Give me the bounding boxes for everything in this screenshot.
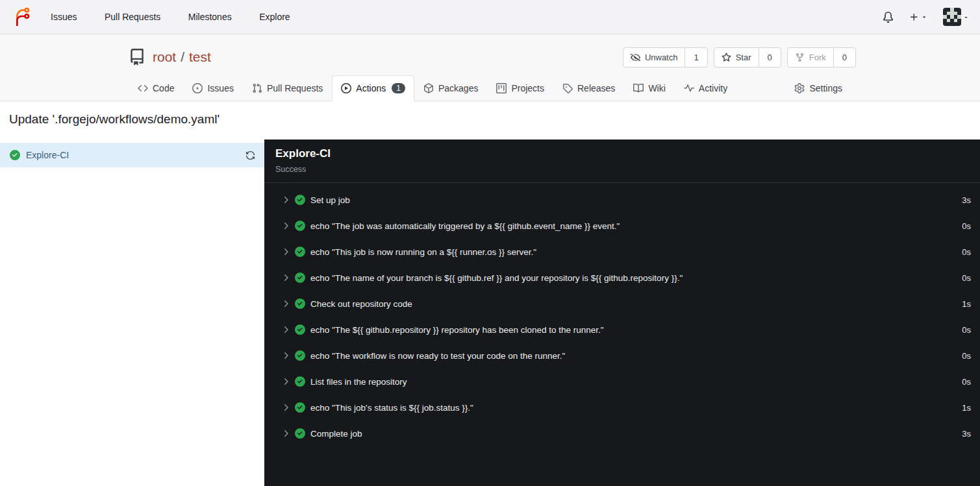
gear-icon	[794, 83, 805, 93]
chevron-right-icon[interactable]	[281, 428, 291, 439]
step-name: Set up job	[310, 195, 350, 205]
step-name: echo "The ${{ github.repository }} repos…	[310, 325, 604, 335]
nav-item-milestones[interactable]: Milestones	[176, 0, 244, 34]
check-circle-icon	[295, 376, 305, 387]
step-row[interactable]: Complete job 3s	[264, 420, 980, 446]
step-row[interactable]: List files in the repository 0s	[264, 369, 980, 395]
step-name: echo "The name of your branch is ${{ git…	[310, 273, 683, 283]
forgejo-logo-icon[interactable]	[11, 6, 32, 27]
tab-wiki[interactable]: Wiki	[624, 75, 674, 101]
chevron-right-icon[interactable]	[281, 221, 291, 231]
forks-count[interactable]: 0	[833, 48, 855, 67]
watchers-count[interactable]: 1	[685, 48, 707, 67]
avatar	[943, 8, 961, 26]
fork-label: Fork	[809, 53, 826, 62]
check-circle-icon	[295, 350, 305, 361]
chevron-right-icon[interactable]	[281, 324, 291, 335]
tab-code[interactable]: Code	[129, 75, 183, 101]
tab-pull-requests[interactable]: Pull Requests	[243, 75, 332, 101]
check-circle-icon	[295, 428, 305, 439]
step-row[interactable]: Check out repository code 1s	[264, 291, 980, 317]
fork-button[interactable]: Fork	[788, 48, 833, 67]
repo-title: root / test	[153, 49, 211, 65]
step-name: echo "The workflow is now ready to test …	[310, 351, 565, 361]
chevron-right-icon[interactable]	[281, 402, 291, 413]
check-circle-icon	[295, 247, 305, 257]
step-row[interactable]: echo "The name of your branch is ${{ git…	[264, 265, 980, 291]
tab-label: Projects	[511, 83, 544, 93]
tab-label: Wiki	[648, 83, 665, 93]
step-duration: 3s	[954, 195, 971, 205]
log-panel: Explore-CI Success Set up job 3s echo "T…	[264, 140, 980, 486]
step-duration: 0s	[954, 325, 971, 335]
run-title: Update '.forgejo/workflows/demo.yaml'	[0, 101, 980, 140]
step-row[interactable]: echo "The ${{ github.repository }} repos…	[264, 317, 980, 343]
repo-tabs: Code Issues Pull Requests Actions 1	[124, 75, 856, 101]
stars-count[interactable]: 0	[759, 48, 781, 67]
step-row[interactable]: echo "The job was automatically triggere…	[264, 213, 980, 239]
tag-icon	[562, 83, 573, 93]
run-body: Explore-CI Explore-CI Success Set up job…	[0, 140, 980, 486]
pulse-icon	[684, 83, 694, 93]
repo-book-icon	[129, 49, 145, 66]
bell-icon[interactable]	[883, 12, 894, 23]
chevron-right-icon[interactable]	[281, 298, 291, 309]
check-circle-icon	[10, 150, 20, 160]
step-duration: 1s	[954, 299, 971, 309]
caret-down-icon	[963, 14, 969, 20]
sync-icon[interactable]	[245, 151, 255, 160]
unwatch-button[interactable]: Unwatch	[623, 48, 685, 67]
step-duration: 0s	[954, 247, 971, 257]
actions-count-badge: 1	[392, 83, 405, 93]
tab-label: Code	[153, 83, 174, 93]
tab-packages[interactable]: Packages	[414, 75, 487, 101]
step-duration: 0s	[954, 377, 971, 387]
tab-label: Releases	[577, 83, 615, 93]
repo-action-buttons: Unwatch 1 Star 0	[623, 47, 856, 67]
step-duration: 0s	[954, 221, 971, 231]
create-new-button[interactable]	[909, 12, 927, 22]
tab-settings[interactable]: Settings	[785, 75, 851, 101]
tab-label: Pull Requests	[267, 83, 323, 93]
log-panel-header: Explore-CI Success	[264, 140, 980, 183]
tab-label: Issues	[207, 83, 233, 93]
repo-owner-link[interactable]: root	[153, 49, 176, 65]
step-row[interactable]: Set up job 3s	[264, 187, 980, 213]
step-row[interactable]: echo "This job's status is ${{ job.statu…	[264, 395, 980, 420]
chevron-right-icon[interactable]	[281, 273, 291, 283]
tab-actions[interactable]: Actions 1	[332, 75, 414, 101]
tab-label: Packages	[438, 83, 478, 93]
step-row[interactable]: echo "This job is now running on a ${{ r…	[264, 239, 980, 265]
nav-item-explore[interactable]: Explore	[247, 0, 302, 34]
tab-releases[interactable]: Releases	[553, 75, 624, 101]
tab-projects[interactable]: Projects	[487, 75, 553, 101]
chevron-right-icon[interactable]	[281, 350, 291, 361]
job-list: Explore-CI	[0, 140, 264, 486]
book-open-icon	[633, 83, 644, 93]
check-circle-icon	[295, 402, 305, 413]
watch-button-group: Unwatch 1	[623, 47, 708, 67]
star-button[interactable]: Star	[714, 48, 759, 67]
chevron-right-icon[interactable]	[281, 376, 291, 387]
tab-activity[interactable]: Activity	[675, 75, 736, 101]
check-circle-icon	[295, 221, 305, 231]
nav-item-pull-requests[interactable]: Pull Requests	[92, 0, 173, 34]
nav-item-issues[interactable]: Issues	[38, 0, 89, 34]
step-name: echo "This job is now running on a ${{ r…	[310, 247, 536, 257]
tab-label: Settings	[809, 83, 842, 93]
chevron-right-icon[interactable]	[281, 247, 291, 257]
job-item-explore-ci[interactable]: Explore-CI	[0, 143, 264, 167]
user-menu[interactable]	[943, 8, 969, 26]
issue-opened-icon	[192, 83, 203, 93]
navbar-right	[883, 8, 969, 26]
tab-issues[interactable]: Issues	[183, 75, 242, 101]
eye-slash-icon	[631, 53, 640, 62]
step-name: echo "The job was automatically triggere…	[310, 221, 620, 231]
step-row[interactable]: echo "The workflow is now ready to test …	[264, 343, 980, 369]
log-panel-title: Explore-CI	[275, 147, 969, 160]
chevron-right-icon[interactable]	[281, 195, 291, 205]
tab-label: Actions	[356, 83, 386, 93]
job-name: Explore-CI	[26, 150, 69, 160]
fork-button-group: Fork 0	[787, 47, 856, 67]
repo-name-link[interactable]: test	[189, 49, 211, 65]
